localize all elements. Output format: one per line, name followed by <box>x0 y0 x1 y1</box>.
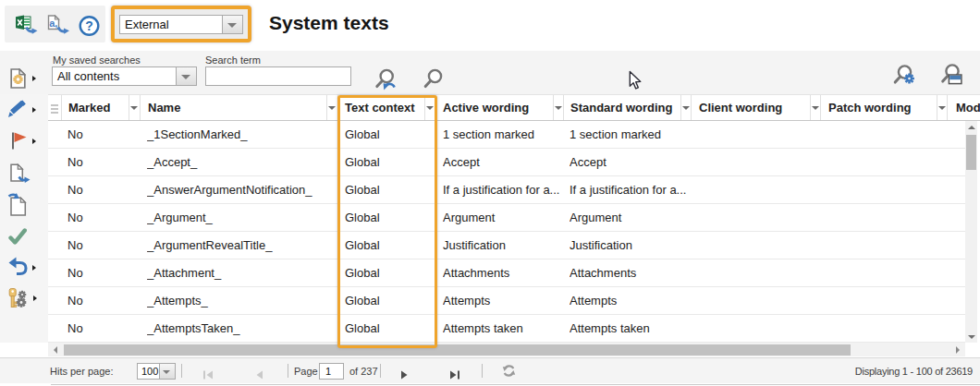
svg-text:?: ? <box>85 18 93 33</box>
svg-text:a,: a, <box>49 18 57 29</box>
